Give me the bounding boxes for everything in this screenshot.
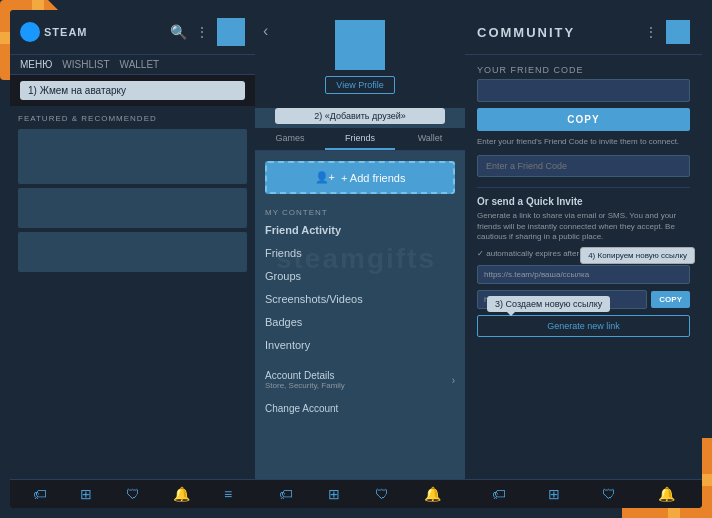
- nav-item-wallet[interactable]: WALLET: [120, 59, 160, 70]
- tooltip-click-avatar: 1) Жмем на аватарку: [20, 81, 245, 100]
- featured-label: FEATURED & RECOMMENDED: [18, 114, 247, 123]
- link-url-display: https://s.team/p/ваша/ссылка: [477, 265, 690, 284]
- hamburger-icon[interactable]: ≡: [224, 486, 232, 502]
- grid-icon[interactable]: ⊞: [80, 486, 92, 502]
- tag-icon[interactable]: 🏷: [33, 486, 47, 502]
- menu-item-groups[interactable]: Groups: [265, 265, 455, 288]
- my-content-label: MY CONTENT: [255, 204, 465, 219]
- enter-friend-code-input[interactable]: [477, 155, 690, 177]
- shield-icon-right[interactable]: 🛡: [602, 486, 616, 502]
- middle-footer: 🏷 ⊞ 🛡 🔔: [255, 479, 465, 508]
- bell-icon-right[interactable]: 🔔: [658, 486, 675, 502]
- featured-item-3: [18, 232, 247, 272]
- grid-icon-mid[interactable]: ⊞: [328, 486, 340, 502]
- account-details-text: Account Details Store, Security, Family: [265, 370, 345, 390]
- quick-invite-label: Or send a Quick Invite: [477, 196, 690, 207]
- menu-item-badges[interactable]: Badges: [265, 311, 455, 334]
- link-row: https://s.team/p/ваша/ссылка: [477, 265, 690, 284]
- menu-item-inventory[interactable]: Inventory: [265, 334, 455, 357]
- section-divider: [477, 187, 690, 188]
- menu-dots-icon[interactable]: ⋮: [195, 24, 209, 40]
- generate-btn-container: 3) Создаем новую ссылку Generate new lin…: [477, 315, 690, 337]
- main-container: STEAM 🔍 ⋮ МЕНЮ WISHLIST WALLET 1) Жмем н…: [10, 10, 702, 508]
- tab-wallet[interactable]: Wallet: [395, 128, 465, 150]
- tab-friends[interactable]: Friends: [325, 128, 395, 150]
- copy-friend-code-button[interactable]: COPY: [477, 108, 690, 131]
- search-icon[interactable]: 🔍: [170, 24, 187, 40]
- account-details-sub: Store, Security, Family: [265, 381, 345, 390]
- nav-item-menu[interactable]: МЕНЮ: [20, 59, 52, 70]
- community-title: COMMUNITY: [477, 25, 644, 40]
- change-account-item[interactable]: Change Account: [255, 399, 465, 418]
- friend-code-input[interactable]: [477, 79, 690, 102]
- menu-items-list: Friend Activity Friends Groups Screensho…: [255, 219, 465, 357]
- tag-icon-right[interactable]: 🏷: [492, 486, 506, 502]
- profile-avatar-large[interactable]: [335, 20, 385, 70]
- friend-code-description: Enter your friend's Friend Code to invit…: [477, 137, 690, 147]
- featured-items-list: [18, 129, 247, 272]
- menu-item-friend-activity[interactable]: Friend Activity: [265, 219, 455, 242]
- back-button[interactable]: ‹: [263, 22, 268, 40]
- steam-logo-icon: [20, 22, 40, 42]
- community-panel: COMMUNITY ⋮ Your Friend Code COPY Enter …: [465, 10, 702, 508]
- profile-overlay-header: ‹ View Profile: [255, 10, 465, 108]
- friend-code-section-label: Your Friend Code: [477, 65, 690, 75]
- steam-client-panel: STEAM 🔍 ⋮ МЕНЮ WISHLIST WALLET 1) Жмем н…: [10, 10, 255, 508]
- account-details-row[interactable]: Account Details Store, Security, Family …: [265, 367, 455, 393]
- copy-link-button[interactable]: COPY: [651, 291, 690, 308]
- community-menu-icon[interactable]: ⋮: [644, 24, 658, 40]
- quick-invite-description: Generate a link to share via email or SM…: [477, 211, 690, 242]
- shield-icon-mid[interactable]: 🛡: [375, 486, 389, 502]
- tag-icon-mid[interactable]: 🏷: [279, 486, 293, 502]
- bell-icon-mid[interactable]: 🔔: [424, 486, 441, 502]
- community-avatar[interactable]: [666, 20, 690, 44]
- note-label: ✓: [477, 249, 486, 258]
- right-footer: 🏷 ⊞ 🛡 🔔: [465, 479, 702, 508]
- featured-item-2: [18, 188, 247, 228]
- profile-tabs: Games Friends Wallet: [255, 128, 465, 151]
- left-footer: 🏷 ⊞ 🛡 🔔 ≡: [10, 479, 255, 508]
- tab-games[interactable]: Games: [255, 128, 325, 150]
- account-arrow-icon: ›: [452, 375, 455, 386]
- steam-header: STEAM 🔍 ⋮: [10, 10, 255, 55]
- shield-icon[interactable]: 🛡: [126, 486, 140, 502]
- featured-item-1: [18, 129, 247, 184]
- nav-item-wishlist[interactable]: WISHLIST: [62, 59, 109, 70]
- steam-logo: STEAM: [20, 22, 88, 42]
- menu-item-screenshots-videos[interactable]: Screenshots/Videos: [265, 288, 455, 311]
- community-content: Your Friend Code COPY Enter your friend'…: [465, 55, 702, 479]
- view-profile-button[interactable]: View Profile: [325, 76, 394, 94]
- tooltip-copy-link: 4) Копируем новую ссылку: [580, 247, 695, 264]
- account-section: Account Details Store, Security, Family …: [255, 361, 465, 399]
- add-friends-icon: 👤+: [315, 171, 335, 184]
- grid-icon-right[interactable]: ⊞: [548, 486, 560, 502]
- account-details-label: Account Details: [265, 370, 345, 381]
- tooltip-generate-link: 3) Создаем новую ссылку: [487, 296, 610, 312]
- add-friends-button[interactable]: 👤+ + Add friends: [265, 161, 455, 194]
- steam-logo-text: STEAM: [44, 26, 88, 38]
- left-content-area: FEATURED & RECOMMENDED: [10, 106, 255, 479]
- profile-overlay-panel: ‹ View Profile 2) «Добавить друзей» Game…: [255, 10, 465, 508]
- header-avatar[interactable]: [217, 18, 245, 46]
- community-header: COMMUNITY ⋮: [465, 10, 702, 55]
- steam-nav: МЕНЮ WISHLIST WALLET: [10, 55, 255, 75]
- add-friends-label: + Add friends: [341, 172, 406, 184]
- tooltip-add-friends: 2) «Добавить друзей»: [275, 108, 445, 124]
- bell-icon[interactable]: 🔔: [173, 486, 190, 502]
- menu-item-friends[interactable]: Friends: [265, 242, 455, 265]
